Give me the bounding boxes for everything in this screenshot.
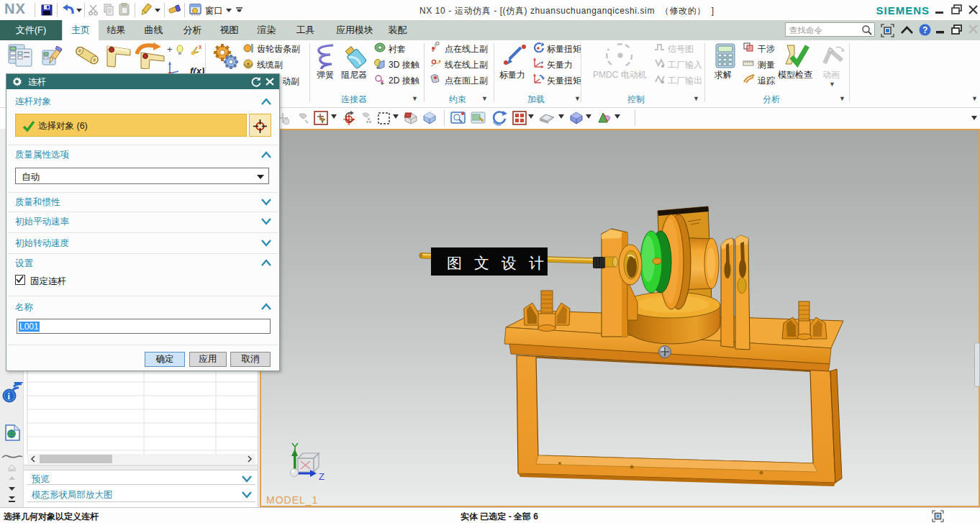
svg-text:?: ?	[922, 25, 927, 35]
svg-text:Z: Z	[319, 471, 325, 482]
svg-text:x: x	[199, 43, 202, 50]
svg-text:+: +	[167, 44, 173, 55]
svg-text:MODEL_1: MODEL_1	[266, 494, 318, 506]
svg-text:图文设计: 图文设计	[447, 255, 556, 272]
